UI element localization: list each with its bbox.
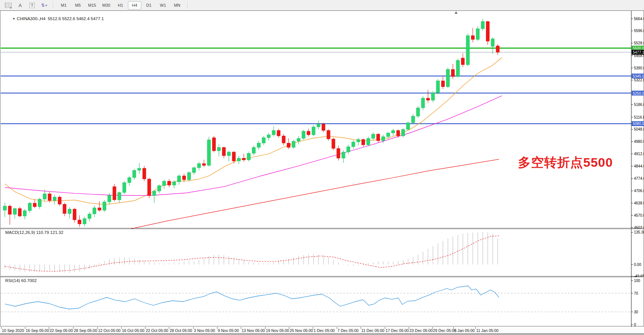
candle-body: [163, 181, 166, 186]
price-tick-label: 5664.0: [634, 17, 644, 21]
ma-fast-orange: [5, 57, 502, 204]
timeframe-button-h4[interactable]: H4: [128, 1, 141, 10]
candle-body: [58, 197, 61, 204]
price-tick-label: 5186.0: [634, 103, 644, 107]
date-label: 12 Oct 05:00: [98, 328, 120, 333]
candle-body: [332, 139, 335, 148]
candle-body: [471, 35, 474, 40]
price-tick-label: 4844.0: [634, 164, 644, 168]
candle-body: [307, 131, 310, 135]
arrows-icon: ⇅: [41, 3, 45, 8]
candle-body: [142, 168, 146, 179]
candle-body: [242, 158, 245, 160]
text-label-icon[interactable]: A: [15, 1, 25, 10]
candle-body: [123, 183, 126, 193]
candle-body: [282, 136, 285, 143]
text-box-icon[interactable]: T: [27, 1, 37, 10]
candle-body: [178, 176, 181, 182]
indicators-grid-icon[interactable]: F: [3, 1, 13, 10]
rsi-tick-label: 100: [634, 279, 640, 283]
candle-body: [48, 194, 51, 200]
drawing-tools-group: F A T ⇅ ▾: [0, 0, 52, 10]
candle-body: [222, 147, 226, 156]
date-tick: [409, 327, 409, 329]
price-tick-label: 4912.0: [634, 152, 644, 156]
date-tick: [121, 327, 122, 329]
candle-body: [436, 81, 440, 93]
timeframe-button-m5[interactable]: M5: [71, 1, 85, 10]
date-axis[interactable]: 10 Sep 202016 Sep 05:0022 Sep 05:0028 Se…: [0, 327, 644, 334]
timeframe-button-m1[interactable]: M1: [57, 1, 70, 10]
chevron-down-icon[interactable]: ▼: [12, 17, 15, 21]
price-badge-label: 5345.0: [633, 74, 644, 78]
candle-body: [441, 81, 444, 87]
price-tick-label: 5596.0: [634, 29, 644, 33]
price-badge-label: 5080.0: [633, 122, 644, 126]
rsi-line: [5, 286, 499, 309]
rsi-label: RSI(14) 60.7002: [5, 278, 37, 283]
candle-body: [287, 143, 290, 147]
chart-annotation-text: 多空转折点5500: [518, 154, 613, 171]
candle-body: [381, 137, 385, 141]
price-tick-label: 4638.0: [634, 201, 644, 205]
timeframe-button-mn[interactable]: MN: [170, 1, 184, 10]
candle-body: [78, 220, 81, 224]
candle-body: [23, 211, 26, 216]
candle-body: [68, 209, 71, 213]
date-tick: [432, 327, 433, 329]
rsi-panel[interactable]: RSI(14) 60.7002 10070300: [0, 277, 644, 326]
date-label: 9 Nov 05:00: [218, 328, 239, 333]
date-tick: [289, 327, 289, 329]
candle-body: [157, 186, 161, 191]
candle-body: [302, 131, 305, 138]
candle-body: [212, 138, 216, 151]
candle-body: [476, 29, 480, 40]
main-chart-panel[interactable]: ▼CHINA300-,H4 5512.6 5522.6 5462.4 5477.…: [0, 10, 644, 228]
rsi-tick-label: 0: [634, 323, 636, 327]
date-tick: [49, 327, 49, 329]
candle-body: [322, 124, 325, 130]
candle-body: [327, 131, 330, 139]
chevron-down-icon: ▾: [45, 4, 47, 7]
candle-body: [396, 131, 400, 136]
date-tick: [1, 327, 1, 329]
date-tick: [169, 327, 169, 329]
candle-body: [133, 170, 136, 178]
candle-body: [481, 22, 484, 29]
candlestick-chart[interactable]: 5664.05596.05528.05458.05390.05322.05186…: [0, 11, 644, 229]
price-tick-label: 5528.0: [634, 41, 644, 45]
candle-body: [33, 203, 37, 207]
timeframe-button-h1[interactable]: H1: [114, 1, 127, 10]
candle-body: [337, 148, 340, 158]
timeframe-button-m30[interactable]: M30: [100, 1, 113, 10]
candle-body: [113, 187, 116, 200]
candle-body: [128, 178, 131, 182]
mt4-terminal: F A T ⇅ ▾ M1M5M15M30H1H4D1W1MN ▼CHINA300…: [0, 0, 644, 335]
date-tick: [475, 327, 476, 329]
candle-body: [257, 143, 260, 147]
macd-tick-label: 135.38: [634, 230, 644, 234]
price-tick-label: 4706.0: [634, 189, 644, 193]
candle-body: [8, 206, 12, 215]
date-label: 3 Nov 05:00: [194, 328, 215, 333]
candle-body: [232, 152, 236, 161]
candle-body: [38, 199, 41, 207]
chart-shift-marker-icon[interactable]: [455, 11, 458, 14]
candle-body: [431, 93, 435, 100]
arrows-tool-icon[interactable]: ⇅ ▾: [39, 1, 49, 10]
candle-body: [426, 98, 430, 100]
timeframe-button-w1[interactable]: W1: [156, 1, 170, 10]
macd-chart: 135.380.00-49.65: [0, 229, 644, 277]
timeframe-button-m15[interactable]: M15: [85, 1, 99, 10]
date-label: 19 Nov 05:00: [266, 328, 289, 333]
timeframe-button-d1[interactable]: D1: [142, 1, 155, 10]
candle-body: [352, 142, 355, 147]
candle-body: [247, 153, 251, 160]
candle-body: [491, 39, 494, 46]
date-label: 11 Jan 05:00: [476, 328, 499, 333]
candle-body: [28, 203, 31, 210]
candle-body: [356, 140, 360, 142]
macd-panel[interactable]: MACD(12,26,9) 110.79 121.32 135.380.00-4…: [0, 229, 644, 276]
candle-body: [182, 176, 186, 180]
date-tick: [453, 327, 454, 329]
